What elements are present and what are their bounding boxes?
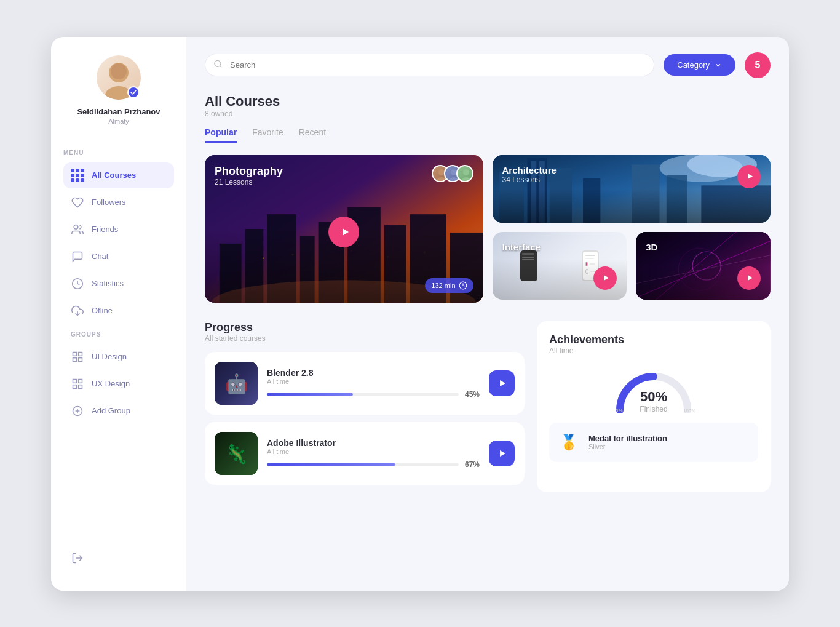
- blender-thumbnail: [215, 362, 258, 405]
- sidebar-item-add-group-label: Add Group: [92, 406, 130, 415]
- ux-design-icon: [71, 377, 84, 391]
- sidebar-item-statistics[interactable]: Statistics: [63, 271, 174, 297]
- svg-text:100%: 100%: [683, 408, 695, 413]
- arch-title-wrap: Architecture 34 Lessons: [502, 165, 557, 184]
- blender-info: Blender 2.8 All time 45%: [267, 368, 480, 399]
- course-card-interface[interactable]: Interface: [493, 232, 627, 300]
- sidebar-item-friends-label: Friends: [92, 225, 118, 234]
- sidebar-item-ui-design-label: UI Design: [92, 352, 127, 361]
- courses-tabs: Popular Favorite Recent: [205, 127, 771, 143]
- grid-icon: [71, 169, 84, 182]
- medal-info: Medal for illustration Silver: [588, 434, 667, 450]
- achievements-subtitle: All time: [549, 346, 758, 355]
- svg-point-3: [74, 225, 78, 229]
- card-top: Photography 21 Lessons: [215, 165, 473, 186]
- profile-city: Almaty: [108, 118, 129, 125]
- achievements-title: Achievements: [549, 333, 758, 346]
- illustrator-progress-row: 67%: [267, 460, 480, 469]
- blender-percent: 45%: [465, 390, 480, 399]
- add-group-icon: [71, 404, 84, 418]
- play-button-photography[interactable]: [328, 217, 359, 247]
- ui-design-icon: [71, 350, 84, 364]
- card-content-photography: Photography 21 Lessons: [205, 155, 483, 303]
- sidebar-item-statistics-label: Statistics: [92, 279, 124, 288]
- sidebar-item-all-courses-label: All Courses: [92, 170, 136, 180]
- donut-percent: 50%: [640, 389, 667, 405]
- logout-button[interactable]: [63, 545, 174, 571]
- play-button-interface[interactable]: [593, 266, 617, 290]
- photography-title: Photography: [215, 165, 283, 178]
- svg-point-18: [215, 60, 221, 66]
- architecture-title: Architecture: [502, 165, 557, 175]
- interface-play-wrap: [502, 266, 617, 290]
- illustrator-percent: 67%: [465, 460, 480, 469]
- 3d-play-wrap: [646, 266, 761, 290]
- sidebar-item-all-courses[interactable]: All Courses: [63, 162, 174, 188]
- notification-badge[interactable]: 5: [745, 52, 771, 78]
- friends-icon: [71, 223, 84, 236]
- groups-section: GROUPS UI Design: [63, 331, 174, 425]
- play-button-architecture[interactable]: [737, 165, 761, 188]
- courses-grid: Photography 21 Lessons: [205, 155, 771, 303]
- sidebar-item-ui-design[interactable]: UI Design: [63, 344, 174, 370]
- 3d-title: 3D: [646, 242, 657, 252]
- blender-bar-bg: [267, 393, 459, 396]
- blender-progress-row: 45%: [267, 390, 480, 399]
- svg-text:0%: 0%: [616, 408, 623, 413]
- donut-label: Finished: [640, 405, 667, 413]
- creature-image: [215, 432, 258, 475]
- sidebar-item-offline-label: Ofline: [92, 306, 113, 315]
- profile-section: Seidildahan Przhanov Almaty: [63, 55, 174, 125]
- sidebar: Seidildahan Przhanov Almaty Menu All Cou…: [51, 37, 186, 591]
- sidebar-item-followers[interactable]: Followers: [63, 190, 174, 215]
- blender-time: All time: [267, 378, 480, 385]
- course-card-3d[interactable]: 3D: [636, 232, 771, 300]
- instructor-avatar-3: [456, 165, 473, 182]
- search-icon: [213, 59, 223, 71]
- svg-marker-66: [500, 450, 505, 457]
- sidebar-item-friends[interactable]: Friends: [63, 217, 174, 242]
- search-input[interactable]: [205, 54, 654, 76]
- 3d-card-top: 3D: [646, 242, 761, 252]
- sidebar-item-followers-label: Followers: [92, 198, 126, 207]
- card-content-architecture: Architecture 34 Lessons: [493, 155, 771, 223]
- play-button-blender[interactable]: [489, 370, 515, 396]
- svg-point-41: [461, 177, 471, 182]
- course-card-architecture[interactable]: Architecture 34 Lessons: [493, 155, 771, 223]
- sidebar-item-chat[interactable]: Chat: [63, 244, 174, 270]
- sidebar-item-ux-design[interactable]: UX Design: [63, 371, 174, 397]
- interface-card-top: Interface: [502, 242, 617, 252]
- tab-favorite[interactable]: Favorite: [252, 127, 283, 143]
- medal-level: Silver: [588, 443, 667, 450]
- duration-badge: 132 min: [425, 278, 473, 293]
- svg-point-36: [438, 169, 445, 175]
- sidebar-item-add-group[interactable]: Add Group: [63, 398, 174, 424]
- right-cards: Architecture 34 Lessons: [493, 155, 771, 303]
- progress-section: Progress All started courses Blender 2.8…: [205, 321, 525, 492]
- sidebar-item-offline[interactable]: Ofline: [63, 298, 174, 324]
- category-button[interactable]: Category: [664, 54, 735, 76]
- search-wrap: [205, 54, 654, 76]
- svg-marker-42: [343, 228, 349, 236]
- main-nav: All Courses Followers: [63, 162, 174, 325]
- svg-point-38: [451, 169, 457, 175]
- svg-rect-7: [79, 352, 82, 356]
- course-card-photography[interactable]: Photography 21 Lessons: [205, 155, 483, 303]
- svg-rect-9: [73, 357, 77, 361]
- play-center: [215, 217, 473, 247]
- play-button-3d[interactable]: [737, 266, 761, 290]
- main-content: Category 5 All Courses 8 owned Popular F…: [186, 37, 789, 591]
- tab-recent[interactable]: Recent: [299, 127, 326, 143]
- card-bottom: 132 min: [215, 278, 473, 293]
- tab-popular[interactable]: Popular: [205, 127, 237, 143]
- header: Category 5: [205, 52, 771, 78]
- play-button-illustrator[interactable]: [489, 441, 515, 466]
- interface-title: Interface: [502, 242, 541, 252]
- logout-icon: [71, 551, 84, 565]
- profile-name: Seidildahan Przhanov: [77, 107, 160, 116]
- heart-icon: [71, 196, 84, 209]
- courses-owned: 8 owned: [205, 110, 771, 118]
- svg-line-19: [220, 65, 221, 67]
- sidebar-item-chat-label: Chat: [92, 252, 108, 261]
- robot-image: [215, 362, 258, 405]
